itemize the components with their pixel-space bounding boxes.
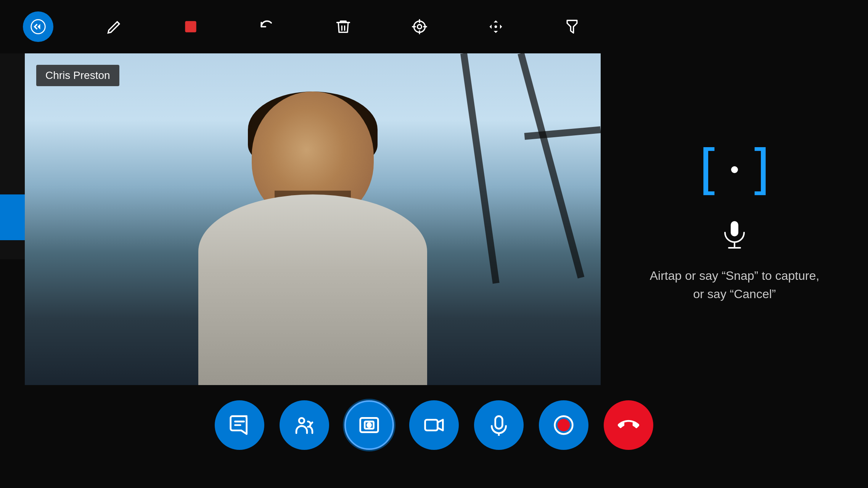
video-container: Chris Preston	[25, 53, 601, 385]
microphone-icon	[723, 219, 746, 251]
svg-rect-1	[185, 21, 196, 32]
svg-point-3	[418, 25, 422, 29]
left-sidebar	[0, 53, 25, 259]
bracket-right: ]	[746, 143, 778, 196]
stop-button[interactable]	[175, 11, 206, 42]
undo-button[interactable]	[252, 11, 282, 42]
participant-name-label: Chris Preston	[36, 65, 119, 86]
right-panel: [ ] Airtap or say “Snap” to capture, or …	[601, 53, 868, 385]
svg-point-11	[367, 423, 371, 427]
toolbar	[0, 0, 868, 53]
svg-point-15	[558, 419, 570, 432]
bottom-controls	[0, 400, 868, 450]
target-button[interactable]	[404, 11, 435, 42]
bracket-dot	[731, 166, 738, 173]
bracket-left: [	[691, 143, 723, 196]
capture-bracket: [ ]	[681, 135, 788, 204]
participants-button[interactable]	[280, 400, 329, 450]
record-button[interactable]	[539, 400, 588, 450]
svg-rect-5	[731, 221, 738, 236]
svg-rect-12	[425, 420, 438, 430]
svg-rect-13	[495, 416, 503, 429]
delete-button[interactable]	[328, 11, 358, 42]
collapse-button[interactable]	[23, 11, 53, 42]
pen-button[interactable]	[99, 11, 130, 42]
svg-point-8	[299, 418, 304, 423]
end-call-button[interactable]	[604, 400, 653, 450]
chat-button[interactable]	[215, 400, 264, 450]
sidebar-accent	[0, 194, 25, 240]
screenshot-button[interactable]	[344, 400, 394, 450]
person-body	[198, 194, 427, 385]
video-feed	[25, 53, 601, 385]
capture-instruction: Airtap or say “Snap” to capture, or say …	[650, 266, 820, 303]
pin-button[interactable]	[557, 11, 587, 42]
svg-point-4	[495, 26, 497, 27]
video-button[interactable]	[409, 400, 459, 450]
move-button[interactable]	[481, 11, 511, 42]
mute-button[interactable]	[474, 400, 524, 450]
